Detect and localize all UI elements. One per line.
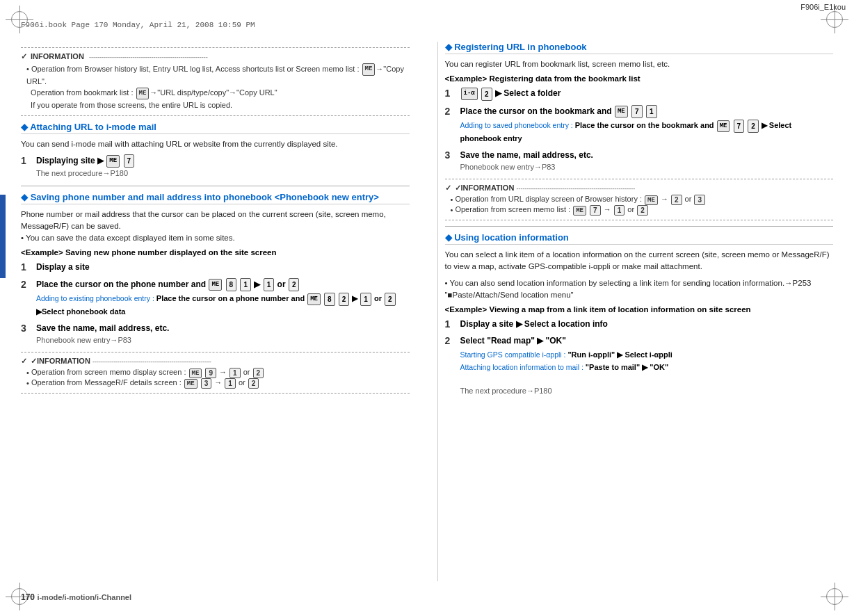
corner-top-right — [821, 6, 848, 33]
step-4-2: 2 Select "Read map" ▶ "OK" Starting GPS … — [445, 334, 834, 397]
corner-top-left — [6, 6, 33, 33]
divider-2 — [445, 226, 834, 227]
section-registering-url: Registering URL in phonebook You can reg… — [445, 42, 834, 220]
step-1-1: 1 Displaying site ▶ ME 7 The next proced… — [21, 154, 410, 180]
info-title-2: ✓INFORMATION ---------------------------… — [21, 357, 410, 366]
section4-body: You can select a link item of a location… — [445, 249, 834, 273]
adding-existing-phonebook-entry: Adding to existing phonebook entry : Pla… — [36, 293, 410, 318]
section-attaching-url: Attaching URL to i-mode mail You can sen… — [21, 122, 410, 180]
corner-bottom-right — [821, 583, 848, 610]
info-item-2a: Operation from screen memo display scree… — [26, 368, 410, 378]
sidebar-blue-bar — [0, 195, 6, 278]
info-box-1: INFORMATION ----------------------------… — [21, 47, 410, 116]
section-title-3: Registering URL in phonebook — [445, 42, 834, 54]
starting-gps-appli: Starting GPS compatible i-αppli : "Run i… — [460, 349, 834, 361]
example-header-1: <Example> Saving new phone number displa… — [21, 248, 410, 257]
step-4-1: 1 Display a site ▶ Select a location inf… — [445, 318, 834, 330]
page-number: 170 i-mode/i-motion/i-Channel — [21, 592, 131, 602]
content-area: INFORMATION ----------------------------… — [21, 42, 833, 581]
page-container: F906i_E1kou F906i.book Page 170 Monday, … — [0, 0, 854, 616]
info-content-3: Operation from URL display screen of Bro… — [445, 195, 834, 216]
info-content-1: Operation from Browser history list, Ent… — [21, 63, 410, 111]
info-title-1: INFORMATION ----------------------------… — [21, 52, 410, 61]
divider-1 — [21, 186, 410, 186]
section2-body: Phone number or mail address that the cu… — [21, 209, 410, 245]
section-title-4: Using location information — [445, 232, 834, 245]
step-3-2: 2 Place the cursor on the bookmark and M… — [445, 105, 834, 145]
section1-body: You can send i-mode mail with attaching … — [21, 138, 410, 150]
info-content-2: Operation from screen memo display scree… — [21, 368, 410, 389]
left-column: INFORMATION ----------------------------… — [21, 42, 417, 581]
info-item-2b: Operation from MessageR/F details screen… — [26, 378, 410, 389]
step-3-1: 1 i-α 2 ▶ Select a folder — [445, 87, 834, 100]
info-box-2: ✓INFORMATION ---------------------------… — [21, 352, 410, 394]
adding-saved-phonebook-entry: Adding to saved phonebook entry : Place … — [460, 120, 834, 145]
section4-bullet: • You can also send location information… — [445, 277, 834, 302]
file-info: F906i.book Page 170 Monday, April 21, 20… — [21, 21, 255, 29]
info-item-3a: Operation from URL display screen of Bro… — [451, 195, 834, 205]
step-2-3: 3 Save the name, mail address, etc. Phon… — [21, 322, 410, 347]
example-header-3: <Example> Viewing a map from a link item… — [445, 305, 834, 314]
example-header-2: <Example> Registering data from the book… — [445, 74, 834, 83]
info-item: Operation from Browser history list, Ent… — [26, 63, 410, 111]
section-location-info: Using location information You can selec… — [445, 232, 834, 398]
section-saving-phone: Saving phone number and mail address int… — [21, 192, 410, 394]
right-column: Registering URL in phonebook You can reg… — [437, 42, 834, 581]
info-title-3: ✓INFORMATION ---------------------------… — [445, 184, 834, 193]
attaching-location-to-mail: Attaching location information to mail :… — [460, 362, 834, 373]
section3-body: You can register URL from bookmark list,… — [445, 58, 834, 70]
section-title-2: Saving phone number and mail address int… — [21, 192, 410, 204]
section-title-1: Attaching URL to i-mode mail — [21, 122, 410, 134]
info-item-3b: Operation from screen memo list : ME 7 →… — [451, 205, 834, 216]
step-3-3: 3 Save the name, mail address, etc. Phon… — [445, 149, 834, 174]
info-box-3: ✓INFORMATION ---------------------------… — [445, 179, 834, 220]
step-2-2: 2 Place the cursor on the phone number a… — [21, 278, 410, 318]
step-2-1: 1 Display a site — [21, 261, 410, 273]
